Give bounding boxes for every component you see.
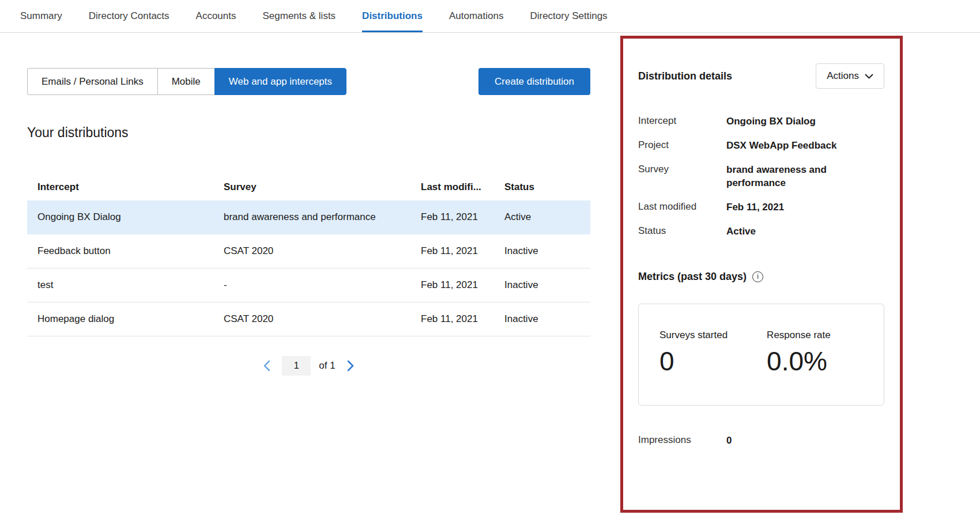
cell-last-modified: Feb 11, 2021 (421, 211, 504, 223)
column-header-intercept: Intercept (37, 181, 224, 193)
surveys-started-value: 0 (659, 346, 728, 377)
actions-button-label: Actions (827, 70, 859, 82)
tab-accounts[interactable]: Accounts (196, 0, 236, 32)
cell-status: Inactive (504, 313, 590, 325)
previous-page-button[interactable] (259, 358, 274, 373)
distributions-table: Intercept Survey Last modifi... Status O… (27, 174, 590, 336)
cell-survey: brand awareness and performance (224, 211, 421, 223)
response-rate-metric: Response rate 0.0% (767, 330, 831, 405)
table-row[interactable]: test - Feb 11, 2021 Inactive (27, 268, 590, 302)
next-page-button[interactable] (344, 358, 359, 373)
table-row[interactable]: Ongoing BX Dialog brand awareness and pe… (27, 200, 590, 234)
segment-web-app-intercepts[interactable]: Web and app intercepts (214, 68, 346, 95)
actions-dropdown-button[interactable]: Actions (816, 63, 884, 89)
distributions-content: Emails / Personal Links Mobile Web and a… (27, 68, 590, 376)
metrics-card: Surveys started 0 Response rate 0.0% (638, 304, 884, 406)
surveys-started-label: Surveys started (659, 330, 728, 341)
cell-survey: CSAT 2020 (224, 313, 421, 325)
channel-segmented-control: Emails / Personal Links Mobile Web and a… (27, 68, 346, 95)
chevron-right-icon (347, 360, 355, 372)
chevron-down-icon (865, 74, 873, 79)
response-rate-value: 0.0% (767, 346, 831, 377)
page-count-label: of 1 (319, 360, 335, 372)
field-value-project: DSX WebApp Feedback (726, 139, 853, 153)
cell-status: Inactive (504, 245, 590, 257)
surveys-started-metric: Surveys started 0 (659, 330, 728, 405)
cell-intercept: Ongoing BX Dialog (37, 211, 224, 223)
segment-mobile[interactable]: Mobile (157, 68, 214, 95)
cell-survey: - (224, 279, 421, 291)
tab-distributions[interactable]: Distributions (362, 0, 423, 32)
column-header-status: Status (504, 181, 590, 193)
chevron-left-icon (263, 360, 270, 372)
details-header: Distribution details Actions (638, 63, 884, 89)
info-icon[interactable]: i (752, 271, 763, 282)
distribution-details-panel: Distribution details Actions Intercept O… (620, 36, 903, 448)
tab-summary[interactable]: Summary (20, 0, 62, 32)
cell-intercept: test (37, 279, 224, 291)
pagination: 1 of 1 (27, 356, 590, 376)
field-label-project: Project (638, 139, 726, 153)
field-value-status: Active (726, 225, 853, 238)
cell-last-modified: Feb 11, 2021 (421, 279, 504, 291)
column-header-last-modified: Last modifi... (421, 181, 504, 193)
cell-survey: CSAT 2020 (224, 245, 421, 257)
metrics-section-title: Metrics (past 30 days) (638, 271, 747, 283)
table-row[interactable]: Feedback button CSAT 2020 Feb 11, 2021 I… (27, 234, 590, 268)
field-value-survey: brand awareness and performance (726, 164, 853, 190)
tab-directory-contacts[interactable]: Directory Contacts (89, 0, 169, 32)
impressions-row: Impressions 0 (638, 434, 884, 448)
top-navigation: Summary Directory Contacts Accounts Segm… (0, 0, 980, 33)
column-header-survey: Survey (224, 181, 421, 193)
cell-last-modified: Feb 11, 2021 (421, 245, 504, 257)
field-label-status: Status (638, 225, 726, 238)
metrics-section-header: Metrics (past 30 days) i (638, 271, 884, 283)
field-label-survey: Survey (638, 164, 726, 190)
tab-segments-lists[interactable]: Segments & lists (263, 0, 336, 32)
field-value-intercept: Ongoing BX Dialog (726, 115, 853, 128)
impressions-value: 0 (726, 434, 732, 448)
create-distribution-button[interactable]: Create distribution (478, 68, 590, 95)
field-value-last-modified: Feb 11, 2021 (726, 201, 853, 214)
current-page-indicator[interactable]: 1 (282, 356, 311, 376)
cell-status: Inactive (504, 279, 590, 291)
cell-intercept: Homepage dialog (37, 313, 224, 325)
cell-status: Active (504, 211, 590, 223)
cell-last-modified: Feb 11, 2021 (421, 313, 504, 325)
distribution-toolbar: Emails / Personal Links Mobile Web and a… (27, 68, 590, 95)
field-label-last-modified: Last modified (638, 201, 726, 214)
tab-directory-settings[interactable]: Directory Settings (530, 0, 607, 32)
page: Summary Directory Contacts Accounts Segm… (0, 0, 980, 515)
field-label-intercept: Intercept (638, 115, 726, 128)
details-fields: Intercept Ongoing BX Dialog Project DSX … (638, 115, 884, 238)
tab-automations[interactable]: Automations (449, 0, 504, 32)
table-header-row: Intercept Survey Last modifi... Status (27, 174, 590, 200)
impressions-label: Impressions (638, 434, 726, 448)
cell-intercept: Feedback button (37, 245, 224, 257)
segment-emails-personal-links[interactable]: Emails / Personal Links (27, 68, 157, 95)
table-row[interactable]: Homepage dialog CSAT 2020 Feb 11, 2021 I… (27, 302, 590, 336)
response-rate-label: Response rate (767, 330, 831, 341)
page-title: Your distributions (27, 125, 590, 141)
details-panel-title: Distribution details (638, 70, 732, 82)
